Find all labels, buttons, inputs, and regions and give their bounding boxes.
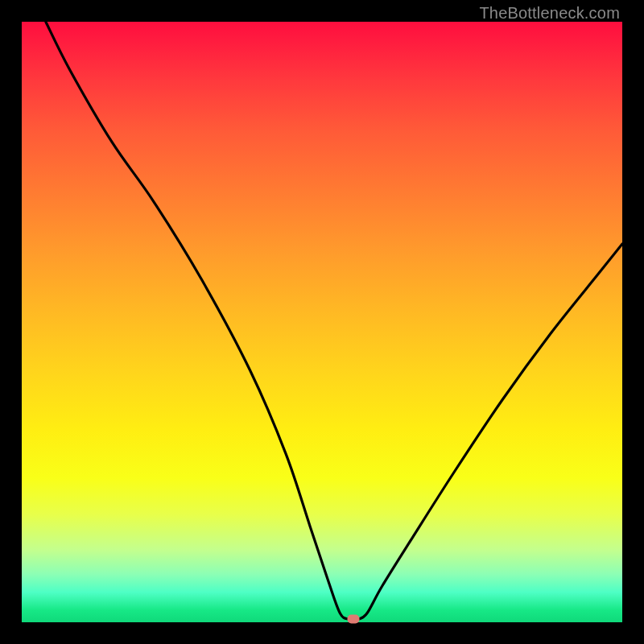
bottleneck-curve [46, 22, 622, 620]
plot-area [22, 22, 622, 622]
chart-frame: TheBottleneck.com [0, 0, 644, 644]
curve-svg [22, 22, 622, 622]
min-marker [347, 614, 359, 623]
watermark-text: TheBottleneck.com [479, 4, 620, 23]
